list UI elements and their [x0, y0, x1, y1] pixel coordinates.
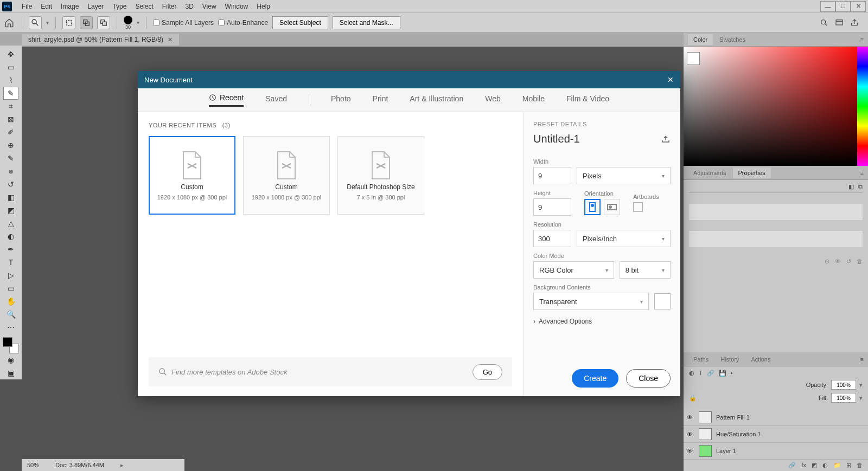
screen-mode-tool[interactable]: ▣: [3, 366, 18, 379]
tab-art[interactable]: Art & Illustration: [410, 94, 463, 106]
layer-row[interactable]: 👁Hue/Saturation 1: [684, 426, 868, 443]
path-tool[interactable]: ▷: [3, 269, 18, 282]
window-close-button[interactable]: ✕: [851, 1, 866, 12]
frame-tool[interactable]: ⊠: [3, 113, 18, 126]
opacity-input[interactable]: [831, 380, 856, 390]
crop-tool[interactable]: ⌗: [3, 100, 18, 113]
tab-mobile[interactable]: Mobile: [522, 94, 545, 106]
bit-depth-select[interactable]: 8 bit▾: [620, 261, 671, 279]
quick-select-tool-icon[interactable]: [29, 16, 42, 29]
history-brush-tool[interactable]: ↺: [3, 178, 18, 191]
stock-search-input[interactable]: Find more templates on Adobe Stock: [171, 368, 287, 376]
visibility-icon[interactable]: 👁: [687, 448, 694, 454]
dot-icon[interactable]: •: [731, 370, 733, 377]
actions-panel-tab[interactable]: Actions: [745, 354, 776, 365]
clip-icon[interactable]: ⧉: [858, 183, 863, 190]
tab-photo[interactable]: Photo: [331, 94, 351, 106]
advanced-options-toggle[interactable]: › Advanced Options: [533, 318, 671, 325]
eyedropper-tool[interactable]: ✐: [3, 126, 18, 139]
marquee-tool[interactable]: ▭: [3, 61, 18, 74]
zoom-tool[interactable]: 🔍: [3, 308, 18, 321]
color-mode-select[interactable]: RGB Color▾: [533, 261, 614, 279]
select-subject-button[interactable]: Select Subject: [272, 16, 328, 29]
color-panel-tab[interactable]: Color: [688, 34, 713, 45]
swatches-panel-tab[interactable]: Swatches: [714, 34, 751, 45]
select-and-mask-button[interactable]: Select and Mask...: [333, 16, 400, 29]
width-input[interactable]: [533, 167, 571, 184]
window-minimize-button[interactable]: —: [820, 1, 835, 12]
menu-3d[interactable]: 3D: [181, 3, 197, 10]
tab-saved[interactable]: Saved: [265, 94, 287, 106]
add-selection-icon[interactable]: [80, 16, 93, 29]
orientation-landscape[interactable]: [604, 199, 620, 215]
link-layers-icon[interactable]: 🔗: [788, 462, 796, 469]
layer-row[interactable]: 👁Pattern Fill 1: [684, 409, 868, 426]
trash-icon[interactable]: 🗑: [857, 258, 863, 265]
new-layer-icon[interactable]: ⊞: [846, 462, 851, 469]
doc-size[interactable]: Doc: 3.89M/6.44M: [55, 462, 104, 468]
move-tool[interactable]: ✥: [3, 48, 18, 61]
new-selection-icon[interactable]: [62, 16, 75, 29]
document-tab[interactable]: shirt_argyle.psd @ 50% (Pattern Fill 1, …: [22, 34, 179, 46]
fill-input[interactable]: [831, 393, 856, 403]
mask-icon[interactable]: ◧: [848, 183, 854, 190]
menu-filter[interactable]: Filter: [158, 3, 181, 10]
menu-help[interactable]: Help: [252, 3, 275, 10]
panel-menu-icon[interactable]: ≡: [860, 36, 868, 43]
background-select[interactable]: Transparent▾: [533, 293, 649, 310]
width-unit-select[interactable]: Pixels▾: [577, 167, 671, 184]
tab-film[interactable]: Film & Video: [566, 94, 609, 106]
menu-select[interactable]: Select: [131, 3, 157, 10]
panel-menu-icon[interactable]: ≡: [860, 170, 868, 176]
close-tab-icon[interactable]: ✕: [168, 36, 173, 43]
menu-window[interactable]: Window: [221, 3, 253, 10]
save-preset-icon[interactable]: [661, 136, 671, 143]
share-icon[interactable]: [850, 18, 859, 28]
menu-image[interactable]: Image: [56, 3, 83, 10]
workspace-icon[interactable]: [834, 18, 844, 28]
foreground-background-swatch[interactable]: [3, 337, 19, 353]
more-tools[interactable]: ⋯: [3, 321, 18, 334]
type-icon[interactable]: T: [699, 370, 703, 377]
preset-card[interactable]: Custom 1920 x 1080 px @ 300 ppi: [149, 136, 235, 215]
properties-panel-tab[interactable]: Properties: [733, 167, 771, 178]
orientation-portrait[interactable]: [584, 199, 601, 215]
adjustment-layer-icon[interactable]: ◐: [822, 462, 828, 469]
height-input[interactable]: [533, 198, 571, 216]
resolution-input[interactable]: [533, 230, 571, 247]
save-icon[interactable]: 💾: [719, 370, 726, 377]
zoom-level[interactable]: 50%: [27, 462, 39, 468]
subtract-selection-icon[interactable]: [97, 16, 110, 29]
align-icon[interactable]: ⊙: [825, 258, 829, 265]
sample-all-layers-checkbox[interactable]: Sample All Layers: [153, 19, 214, 27]
type-tool[interactable]: T: [3, 256, 18, 269]
preset-card[interactable]: Custom 1920 x 1080 px @ 300 ppi: [243, 136, 330, 215]
hand-tool[interactable]: ✋: [3, 295, 18, 308]
lock-icon[interactable]: 🔒: [689, 395, 697, 402]
quick-selection-tool[interactable]: ✎: [3, 87, 18, 100]
lasso-tool[interactable]: ⌇: [3, 74, 18, 87]
filter-icon[interactable]: ◐: [689, 370, 694, 377]
blur-tool[interactable]: △: [3, 217, 18, 230]
search-icon[interactable]: [819, 18, 829, 28]
menu-layer[interactable]: Layer: [83, 3, 108, 10]
color-picker[interactable]: [684, 47, 868, 166]
document-name-input[interactable]: Untitled-1: [533, 133, 580, 145]
delete-layer-icon[interactable]: 🗑: [857, 462, 863, 469]
history-panel-tab[interactable]: History: [715, 354, 744, 365]
window-maximize-button[interactable]: ☐: [835, 1, 851, 12]
menu-file[interactable]: File: [17, 3, 36, 10]
go-button[interactable]: Go: [473, 364, 502, 380]
brush-tool[interactable]: ✎: [3, 152, 18, 165]
paths-panel-tab[interactable]: Paths: [688, 354, 714, 365]
eraser-tool[interactable]: ◧: [3, 191, 18, 204]
mask-icon[interactable]: ◩: [812, 462, 817, 469]
preset-card[interactable]: Default Photoshop Size 7 x 5 in @ 300 pp…: [337, 136, 424, 215]
menu-view[interactable]: View: [198, 3, 221, 10]
menu-edit[interactable]: Edit: [36, 3, 56, 10]
pen-tool[interactable]: ✒: [3, 243, 18, 256]
tab-recent[interactable]: Recent: [209, 93, 244, 107]
create-button[interactable]: Create: [572, 369, 618, 388]
panel-menu-icon[interactable]: ≡: [860, 356, 868, 363]
stamp-tool[interactable]: ⎈: [3, 165, 18, 178]
